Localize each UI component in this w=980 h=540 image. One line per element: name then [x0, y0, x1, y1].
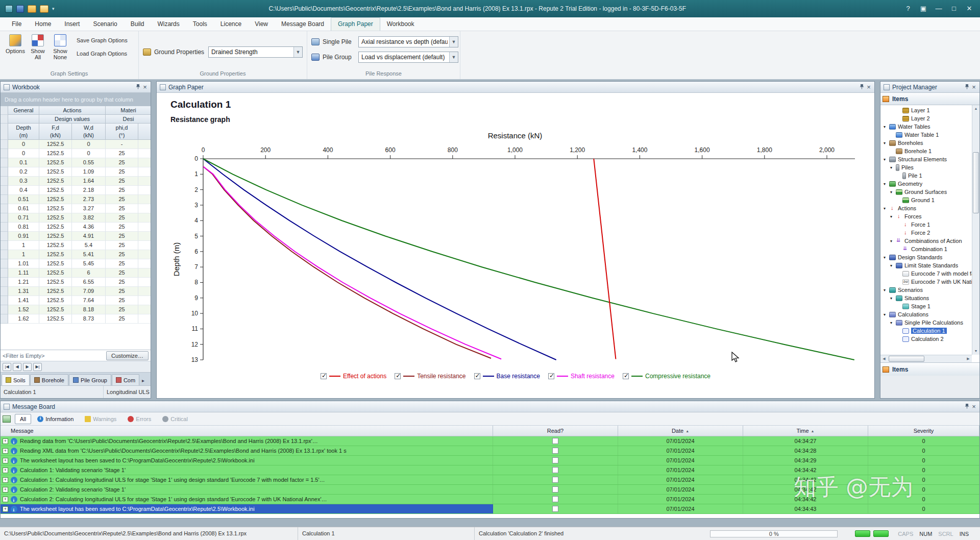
workbook-row[interactable]: 1.311252.57.0925 [1, 287, 151, 296]
filter-warnings-button[interactable]: Warnings [80, 414, 121, 424]
options-button[interactable]: Options [4, 33, 27, 70]
workbook-row[interactable]: 01252.5025 [1, 149, 151, 158]
tree-item-eurocode-7-with-uk-national-annex[interactable]: Eurocode 7 with UK National Annex [880, 278, 972, 286]
workbook-cell[interactable]: 25 [106, 213, 138, 223]
ribbon-toggle-button[interactable]: ▣ [916, 3, 931, 14]
workbook-groupby-hint[interactable]: Drag a column header here to group by th… [1, 93, 151, 106]
workbook-cell[interactable]: 1252.5 [39, 149, 72, 158]
workbook-row[interactable]: 0.41252.52.1825 [1, 186, 151, 195]
expander-icon[interactable]: ▾ [884, 157, 889, 162]
tree-item-actions[interactable]: ▾Actions [880, 204, 972, 212]
workbook-cell[interactable]: 1.41 [8, 296, 39, 305]
message-cell[interactable]: +Calculation 2: Validating scenario 'Sta… [1, 485, 493, 494]
legend-checkbox[interactable] [623, 373, 629, 379]
workbook-cell[interactable]: 25 [106, 186, 138, 195]
tree-item-eurocode-7-with-model-factor-1-5[interactable]: Eurocode 7 with model factor = 1.5 [880, 269, 972, 278]
workbook-cell[interactable]: 1.62 [8, 314, 39, 324]
legend-checkbox[interactable] [321, 373, 327, 379]
read-checkbox[interactable] [552, 486, 558, 493]
load-graph-options-button[interactable]: Load Graph Options [77, 51, 128, 57]
dropdown-arrow-icon[interactable]: ▼ [449, 52, 458, 62]
workbook-row[interactable]: 0.31252.51.6425 [1, 177, 151, 186]
workbook-cell[interactable]: 4.36 [72, 223, 106, 232]
filter-information-button[interactable]: Information [32, 414, 79, 424]
expander-icon[interactable]: ▾ [890, 165, 896, 170]
workbook-cell[interactable]: 5.4 [72, 241, 106, 250]
show-none-button[interactable]: Show None [49, 33, 71, 70]
workbook-cell[interactable]: 1 [8, 241, 39, 250]
tree-item-calculations[interactable]: ▾Calculations [880, 310, 972, 318]
workbook-group-header[interactable]: General [8, 106, 39, 115]
tree-item-calculation-1[interactable]: Calculation 1 [880, 327, 972, 335]
tree-item-force-1[interactable]: Force 1 [880, 220, 972, 229]
tree-item-combination-1[interactable]: Combination 1 [880, 245, 972, 253]
workbook-cell[interactable]: 0 [8, 149, 39, 158]
workbook-column-header[interactable]: Depth(m) [8, 124, 39, 140]
workbook-cell[interactable]: 5.45 [72, 259, 106, 268]
workbook-cell[interactable]: 1.52 [8, 305, 39, 314]
help-button[interactable]: ? [900, 3, 916, 14]
expander-icon[interactable]: ▾ [890, 321, 896, 325]
expander-icon[interactable]: ▾ [890, 190, 896, 194]
workbook-cell[interactable]: 25 [106, 158, 138, 167]
workbook-row[interactable]: 0.11252.50.5525 [1, 158, 151, 167]
workbook-cell[interactable]: 0.2 [8, 167, 39, 177]
workbook-row[interactable]: 0.511252.52.7325 [1, 195, 151, 204]
single-pile-combobox[interactable]: Axial resistance vs depth (default) ▼ [358, 36, 458, 47]
workbook-column-header[interactable]: F,d(kN) [39, 124, 72, 140]
workbook-cell[interactable]: 25 [106, 232, 138, 241]
workbook-cell[interactable]: 4.91 [72, 232, 106, 241]
tree-item-layer-2[interactable]: Layer 2 [880, 114, 972, 122]
workbook-group-header[interactable]: Desi [106, 115, 151, 124]
workbook-cell[interactable]: 1252.5 [39, 195, 72, 204]
tree-item-layer-1[interactable]: Layer 1 [880, 106, 972, 114]
tree-item-borehole-1[interactable]: Borehole 1 [880, 147, 972, 155]
legend-checkbox[interactable] [395, 373, 401, 379]
scroll-left-icon[interactable]: ◀ [880, 357, 888, 361]
workbook-cell[interactable]: 1252.5 [39, 213, 72, 223]
legend-item-shaft-resistance[interactable]: Shaft resistance [548, 373, 615, 380]
maximize-button[interactable]: □ [946, 3, 962, 14]
tree-item-design-standards[interactable]: ▾Design Standards [880, 253, 972, 261]
scroll-right-icon[interactable]: ▶ [965, 357, 972, 361]
workbook-cell[interactable]: 2.18 [72, 186, 106, 195]
expander-icon[interactable]: ▾ [884, 182, 889, 186]
expander-icon[interactable]: ▾ [884, 312, 889, 317]
expander-icon[interactable]: ▾ [884, 288, 889, 292]
workbook-row[interactable]: 1.521252.58.1825 [1, 305, 151, 314]
workbook-cell[interactable]: 3.27 [72, 204, 106, 213]
workbook-cell[interactable]: 0.1 [8, 158, 39, 167]
expand-icon[interactable]: + [3, 477, 8, 483]
menu-tab-home[interactable]: Home [28, 18, 58, 31]
expander-icon[interactable]: ▾ [884, 206, 889, 211]
expand-icon[interactable]: + [3, 468, 8, 473]
tree-item-scenarios[interactable]: ▾Scenarios [880, 286, 972, 294]
workbook-row[interactable]: 1.211252.56.5525 [1, 278, 151, 287]
workbook-cell[interactable]: 1252.5 [39, 259, 72, 268]
scrollbar-thumb[interactable] [973, 152, 979, 213]
tree-item-geometry[interactable]: ▾Geometry [880, 180, 972, 188]
workbook-cell[interactable]: 1252.5 [39, 232, 72, 241]
message-grid-icon[interactable] [3, 415, 11, 423]
tree-item-stage-1[interactable]: Stage 1 [880, 302, 972, 310]
tree-item-water-tables[interactable]: ▾Water Tables [880, 122, 972, 131]
close-icon[interactable]: × [970, 403, 977, 410]
message-cell[interactable]: +The worksheet layout has been saved to … [1, 504, 493, 513]
legend-item-base-resistance[interactable]: Base resistance [474, 373, 540, 380]
workbook-cell[interactable]: 25 [106, 204, 138, 213]
read-checkbox[interactable] [552, 438, 558, 444]
navigator-button-0[interactable]: |◀ [3, 363, 11, 371]
legend-item-compressive-resistance[interactable]: Compressive resistance [623, 373, 710, 380]
workbook-cell[interactable]: 1252.5 [39, 296, 72, 305]
tree-vertical-scrollbar[interactable]: ▲ ▼ [972, 105, 979, 355]
workbook-group-header[interactable]: Materi [106, 106, 151, 115]
workbook-cell[interactable]: 1252.5 [39, 241, 72, 250]
scrollbar-thumb[interactable] [889, 356, 924, 362]
tree-item-forces[interactable]: ▾Forces [880, 212, 972, 220]
message-column-header-read[interactable]: Read? [493, 426, 618, 436]
workbook-cell[interactable]: 25 [106, 167, 138, 177]
workbook-row[interactable]: 1.111252.5625 [1, 268, 151, 278]
dropdown-arrow-icon[interactable]: ▼ [449, 37, 458, 47]
expander-icon[interactable]: ▾ [884, 141, 889, 145]
workbook-row[interactable]: 0.711252.53.8225 [1, 213, 151, 223]
